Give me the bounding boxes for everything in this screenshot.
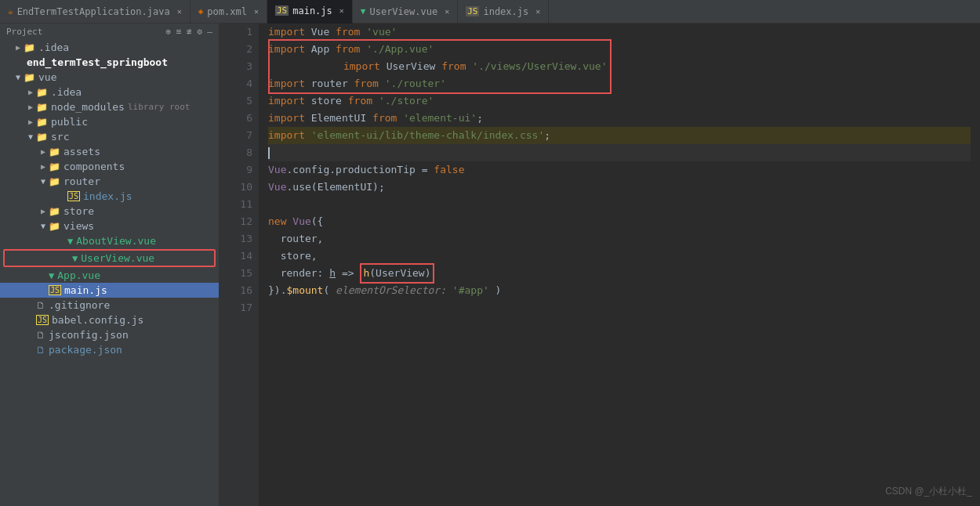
code-line-15: render: h => h(UserView) <box>268 265 971 282</box>
close-tab-1[interactable]: ✕ <box>254 7 259 16</box>
sidebar-item-AppVue[interactable]: ▼ App.vue <box>0 268 219 283</box>
arrow-router: ▼ <box>38 177 49 186</box>
line-numbers: 1 2 3 4 5 6 7 8 9 10 11 12 13 14 15 16 1… <box>220 23 259 506</box>
code-line-6: import ElementUI from 'element-ui'; <box>268 110 971 127</box>
arrow-assets: ▶ <box>38 147 49 156</box>
js-icon: JS <box>275 5 289 16</box>
folder-icon-idea2: 📁 <box>36 87 48 98</box>
tab-UserView[interactable]: ▼ UserView.vue ✕ <box>353 0 458 23</box>
arrow-vue: ▼ <box>13 73 24 81</box>
close-tab-3[interactable]: ✕ <box>445 7 449 16</box>
sidebar-header: Project ⊕ ≡ ≢ ⚙ — <box>0 23 219 40</box>
sidebar-item-vue[interactable]: ▼ 📁 vue <box>0 70 219 85</box>
sidebar-item-node-modules[interactable]: ▶ 📁 node_modules library root <box>0 99 219 114</box>
folder-icon-assets: 📁 <box>49 146 60 157</box>
vue-icon: ▼ <box>361 6 366 16</box>
arrow-views: ▼ <box>38 222 49 230</box>
close-tab-4[interactable]: ✕ <box>535 7 540 16</box>
code-line-10: Vue.use(ElementUI); <box>268 179 971 196</box>
close-tab-0[interactable]: ✕ <box>177 7 182 16</box>
code-area: 1 2 3 4 5 6 7 8 9 10 11 12 13 14 15 16 1… <box>220 23 980 506</box>
code-line-8 <box>268 144 971 161</box>
folder-icon: 📁 <box>24 42 35 53</box>
code-editor[interactable]: 1 2 3 4 5 6 7 8 9 10 11 12 13 14 15 16 1… <box>220 23 980 506</box>
code-line-13: router, <box>268 230 971 248</box>
folder-icon-store: 📁 <box>49 206 60 217</box>
tab-index-js[interactable]: JS index.js ✕ <box>458 0 549 23</box>
code-line-16: }).$mount( elementOrSelector: '#app' ) <box>268 282 971 299</box>
js-file-icon-3: JS <box>36 315 49 325</box>
xml-icon: ◈ <box>198 6 204 16</box>
sidebar-item-jsconfig[interactable]: 🗋 jsconfig.json <box>0 327 219 342</box>
vue-file-icon: ▼ <box>67 236 73 247</box>
folder-icon-views: 📁 <box>49 221 60 232</box>
sidebar-item-components[interactable]: ▶ 📁 components <box>0 159 219 174</box>
code-line-14: store, <box>268 248 971 265</box>
sidebar-item-router[interactable]: ▼ 📁 router <box>0 174 219 189</box>
sidebar-item-UserView-box: ▼ UserView.vue <box>3 249 216 267</box>
tab-bar: ☕ EndTermTestApplication.java ✕ ◈ pom.xm… <box>0 0 980 23</box>
code-content[interactable]: import Vue from 'vue' import App from '.… <box>259 23 980 506</box>
code-line-1: import Vue from 'vue' <box>268 23 971 41</box>
render-userview-box: h(UserView) <box>360 263 434 284</box>
sidebar-item-assets[interactable]: ▶ 📁 assets <box>0 144 219 159</box>
arrow-store: ▶ <box>38 207 49 215</box>
arrow-public: ▶ <box>25 117 36 126</box>
tab-main-js[interactable]: JS main.js ✕ <box>267 0 353 23</box>
folder-icon-node: 📁 <box>36 102 48 113</box>
sidebar-item-package[interactable]: 🗋 package.json <box>0 342 219 357</box>
arrow-idea: ▶ <box>13 43 24 52</box>
code-line-3: import UserView from './views/UserView.v… <box>268 58 971 75</box>
sidebar-item-main-js[interactable]: JS main.js <box>0 283 219 298</box>
file-icon-jsconfig: 🗋 <box>36 330 45 341</box>
java-icon: ☕ <box>8 6 13 16</box>
close-tab-2[interactable]: ✕ <box>339 6 344 15</box>
sidebar-item-UserView[interactable]: ▼ UserView.vue <box>5 251 214 266</box>
sidebar-icons: ⊕ ≡ ≢ ⚙ — <box>165 27 212 37</box>
arrow-components: ▶ <box>38 162 49 171</box>
arrow-idea2: ▶ <box>25 88 36 96</box>
tab-pom[interactable]: ◈ pom.xml ✕ <box>191 0 267 23</box>
code-line-17 <box>268 299 971 316</box>
tab-EndTermTestApplication[interactable]: ☕ EndTermTestApplication.java ✕ <box>0 0 191 23</box>
folder-icon-src: 📁 <box>36 132 48 143</box>
code-line-12: new Vue({ <box>268 213 971 230</box>
vue-file-icon-2: ▼ <box>72 253 78 264</box>
code-line-4: import router from './router' <box>268 75 971 92</box>
code-line-11 <box>268 196 971 213</box>
sidebar-item-idea2[interactable]: ▶ 📁 .idea <box>0 85 219 99</box>
sidebar: Project ⊕ ≡ ≢ ⚙ — ▶ 📁 .idea end_termTest… <box>0 23 220 506</box>
arrow-src: ▼ <box>25 132 36 141</box>
js-icon-2: JS <box>466 6 479 16</box>
sidebar-item-public[interactable]: ▶ 📁 public <box>0 114 219 129</box>
js-file-icon: JS <box>67 191 80 201</box>
folder-icon-router: 📁 <box>49 176 60 187</box>
js-file-icon-2: JS <box>49 285 61 295</box>
sidebar-item-AboutView[interactable]: ▼ AboutView.vue <box>0 233 219 248</box>
vue-file-icon-3: ▼ <box>49 270 54 281</box>
code-line-9: Vue.config.productionTip = false <box>268 161 971 179</box>
sidebar-item-src[interactable]: ▼ 📁 src <box>0 129 219 144</box>
file-icon-package: 🗋 <box>36 345 45 356</box>
code-line-7: import 'element-ui/lib/theme-chalk/index… <box>268 127 971 144</box>
sidebar-item-root[interactable]: end_termTest_springboot <box>0 55 219 70</box>
code-line-5: import store from './store' <box>268 92 971 110</box>
arrow-node: ▶ <box>25 103 36 111</box>
folder-icon-components: 📁 <box>49 161 60 172</box>
main-area: Project ⊕ ≡ ≢ ⚙ — ▶ 📁 .idea end_termTest… <box>0 23 980 506</box>
text-cursor <box>268 147 270 159</box>
vue-folder-icon: 📁 <box>24 72 35 83</box>
sidebar-item-idea[interactable]: ▶ 📁 .idea <box>0 40 219 55</box>
sidebar-item-babel[interactable]: JS babel.config.js <box>0 313 219 327</box>
watermark: CSDN @_小杜小杜_ <box>885 485 972 498</box>
sidebar-item-router-index[interactable]: JS index.js <box>0 189 219 204</box>
project-label: Project <box>6 27 42 37</box>
folder-icon-public: 📁 <box>36 117 48 128</box>
sidebar-item-gitignore[interactable]: 🗋 .gitignore <box>0 298 219 313</box>
file-icon-git: 🗋 <box>36 300 45 311</box>
sidebar-item-store[interactable]: ▶ 📁 store <box>0 204 219 219</box>
sidebar-item-views[interactable]: ▼ 📁 views <box>0 219 219 233</box>
